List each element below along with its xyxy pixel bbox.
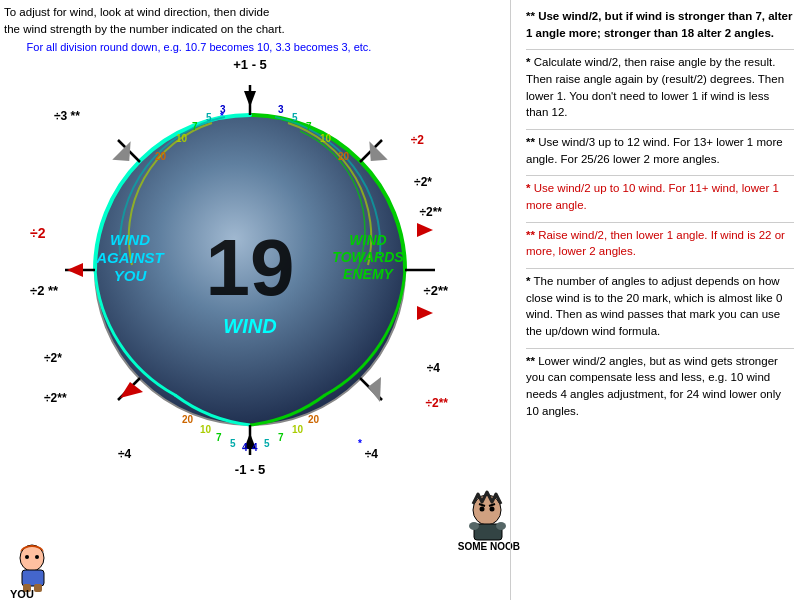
nw-label-text: ÷3 ** (54, 109, 80, 123)
svg-text:7: 7 (306, 121, 312, 132)
svg-point-54 (490, 507, 495, 512)
svg-point-48 (35, 555, 39, 559)
svg-text:19: 19 (206, 223, 295, 312)
rp-s5-text: Raise wind/2, then lower 1 angle. If win… (526, 229, 785, 258)
svg-text:TOWARDS: TOWARDS (332, 249, 404, 265)
rp-s3-marker: ** (526, 136, 535, 148)
chart-svg: 19 WIND WIND AGAINST YOU WIND TOWARDS EN… (30, 55, 470, 495)
rp-s2-marker: * (526, 56, 530, 68)
svg-text:10: 10 (200, 424, 212, 435)
svg-text:4: 4 (252, 442, 258, 453)
svg-marker-13 (417, 306, 433, 320)
rp-s3-text: Use wind/3 up to 12 wind. For 13+ lower … (526, 136, 783, 165)
rp-section7: ** Lower wind/2 angles, but as wind gets… (526, 353, 794, 420)
svg-text:5: 5 (206, 112, 212, 123)
svg-point-47 (25, 555, 29, 559)
rp-s1-marker: ** (526, 10, 535, 22)
svg-text:10: 10 (320, 133, 332, 144)
bottom-left-label: ÷4 (118, 447, 131, 461)
svg-text:20: 20 (308, 414, 320, 425)
ne-lower-label: ÷2* (414, 175, 432, 189)
svg-text:5: 5 (264, 438, 270, 449)
svg-text:WIND: WIND (110, 231, 150, 248)
divider1 (526, 49, 794, 50)
divider6 (526, 348, 794, 349)
rp-s4-text: Use wind/2 up to 10 wind. For 11+ wind, … (526, 182, 779, 211)
svg-text:7: 7 (216, 432, 222, 443)
divider5 (526, 268, 794, 269)
svg-text:20: 20 (155, 151, 167, 162)
svg-text:10: 10 (176, 133, 188, 144)
svg-text:AGAINST: AGAINST (95, 249, 165, 266)
svg-marker-12 (417, 223, 433, 237)
header-line2: the wind strength by the number indicate… (4, 21, 394, 38)
left-panel: To adjust for wind, look at wind directi… (0, 0, 520, 600)
header-text: To adjust for wind, look at wind directi… (4, 4, 394, 55)
rp-s4-marker: * (526, 182, 530, 194)
rp-s1-text: Use wind/2, but if wind is stronger than… (526, 10, 792, 39)
svg-point-59 (496, 522, 506, 530)
svg-point-58 (469, 522, 479, 530)
svg-text:5: 5 (292, 112, 298, 123)
svg-text:4: 4 (242, 442, 248, 453)
rp-s2-text: Calculate wind/2, then raise angle by th… (526, 56, 784, 118)
svg-text:20: 20 (338, 151, 350, 162)
svg-point-53 (480, 507, 485, 512)
chart-container: 19 WIND WIND AGAINST YOU WIND TOWARDS EN… (30, 55, 470, 495)
rp-section2: * Calculate wind/2, then raise angle by … (526, 54, 794, 121)
left-mid-label: ÷2 (30, 225, 45, 241)
left-center-label: ÷2 ** (30, 283, 58, 298)
svg-text:7: 7 (278, 432, 284, 443)
division-note: For all division round down, e.g. 10.7 b… (4, 39, 394, 56)
rp-s7-marker: ** (526, 355, 535, 367)
svg-marker-11 (67, 263, 83, 277)
se-upper-label: ÷4 (427, 361, 440, 375)
panel-divider (510, 0, 511, 600)
rp-section5: ** Raise wind/2, then lower 1 angle. If … (526, 227, 794, 260)
avatar-you (5, 540, 60, 595)
rp-section4: * Use wind/2 up to 10 wind. For 11+ wind… (526, 180, 794, 213)
rp-section3: ** Use wind/3 up to 12 wind. For 13+ low… (526, 134, 794, 167)
avatar-noob (460, 490, 515, 545)
you-sprite (5, 540, 60, 595)
svg-marker-9 (244, 91, 256, 107)
rp-s7-text: Lower wind/2 angles, but as wind gets st… (526, 355, 781, 417)
svg-marker-14 (120, 382, 143, 398)
ne-upper-label: ÷2 (411, 133, 424, 147)
svg-text:5: 5 (230, 438, 236, 449)
right-upper-mid-label: ÷2** (419, 205, 442, 219)
se-lower-label: ÷2** (425, 396, 448, 410)
rp-section6: * The number of angles to adjust depends… (526, 273, 794, 340)
svg-rect-51 (34, 584, 42, 592)
svg-point-52 (473, 495, 501, 525)
svg-text:3: 3 (278, 104, 284, 115)
svg-text:7: 7 (192, 121, 198, 132)
sw-upper-label: ÷2* (44, 351, 62, 365)
top-label: +1 - 5 (233, 57, 267, 72)
divider4 (526, 222, 794, 223)
svg-text:ENEMY: ENEMY (343, 266, 394, 282)
svg-text:3: 3 (220, 104, 226, 115)
sw-lower-label: ÷2** (44, 391, 67, 405)
header-line1: To adjust for wind, look at wind directi… (4, 4, 394, 21)
rp-s6-marker: * (526, 275, 530, 287)
svg-text:10: 10 (292, 424, 304, 435)
svg-text:YOU: YOU (114, 267, 148, 284)
divider3 (526, 175, 794, 176)
svg-text:WIND: WIND (223, 315, 276, 337)
right-panel: ** Use wind/2, but if wind is stronger t… (520, 0, 800, 600)
rp-s5-marker: ** (526, 229, 535, 241)
divider2 (526, 129, 794, 130)
rp-section1: ** Use wind/2, but if wind is stronger t… (526, 8, 794, 41)
right-center-label: ÷2** (424, 283, 448, 298)
noob-sprite (460, 490, 515, 545)
svg-text:WIND: WIND (349, 232, 386, 248)
svg-text:20: 20 (182, 414, 194, 425)
you-label: YOU (10, 588, 34, 600)
rp-s6-text: The number of angles to adjust depends o… (526, 275, 782, 337)
svg-rect-49 (22, 570, 44, 586)
bottom-right-label: ÷4 (365, 447, 378, 461)
bottom-label: -1 - 5 (235, 462, 265, 477)
nw-label: ÷3 ** (54, 109, 80, 123)
